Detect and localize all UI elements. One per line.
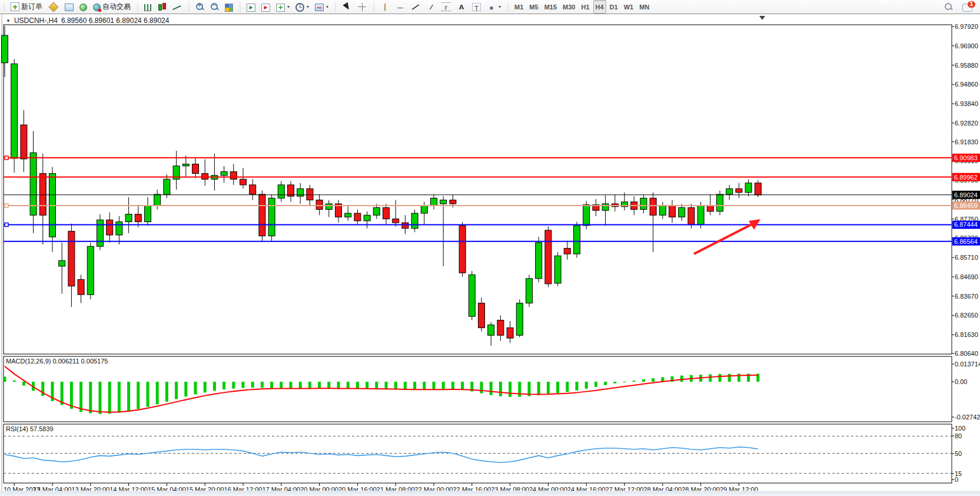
macd-histogram-bar <box>642 379 645 382</box>
trendline-icon <box>411 2 420 12</box>
macd-histogram-bar <box>547 382 550 394</box>
candle-body <box>679 207 685 217</box>
timeframe-m15[interactable]: M15 <box>542 0 559 14</box>
chart-canvas[interactable]: 6.979206.969006.958806.948606.938406.928… <box>0 14 980 494</box>
chevron-down-icon[interactable]: ▾ <box>287 4 290 9</box>
symbol-dropdown-icon[interactable]: ▼ <box>6 18 11 24</box>
macd-histogram-bar <box>423 382 426 390</box>
macd-histogram-bar <box>556 382 559 393</box>
macd-histogram-bar <box>585 382 588 389</box>
macd-histogram-bar <box>13 381 16 382</box>
tile-windows-button[interactable] <box>222 0 235 14</box>
trendline-button[interactable] <box>408 0 423 14</box>
horizontal-line-button[interactable] <box>393 0 407 14</box>
macd-histogram-bar <box>652 378 655 382</box>
periods-button[interactable]: ▾ <box>293 0 311 14</box>
fibonacci-button[interactable] <box>439 0 453 14</box>
auto-scroll-button[interactable] <box>244 0 258 14</box>
macd-histogram-bar <box>118 382 121 413</box>
chart-shift-marker-icon[interactable] <box>759 16 765 20</box>
timeframe-m30-label: M30 <box>563 4 575 11</box>
candle-body <box>78 279 84 295</box>
templates-button[interactable]: ▾ <box>313 0 331 14</box>
macd-histogram-bar <box>451 382 454 389</box>
candle-icon <box>157 2 167 12</box>
macd-histogram-bar <box>518 382 521 397</box>
timeframe-mn[interactable]: MN <box>637 0 652 14</box>
timeframe-m30[interactable]: M30 <box>560 0 577 14</box>
candlestick-chart-button[interactable] <box>155 0 169 14</box>
signal-icon <box>79 4 87 11</box>
macd-label: MACD(12,26,9) 0.006211 0.005175 <box>6 358 108 365</box>
text-button[interactable] <box>454 0 469 14</box>
equidistant-channel-button[interactable] <box>424 0 438 14</box>
cursor-button[interactable] <box>340 0 354 14</box>
search-button[interactable] <box>942 0 955 14</box>
crosshair-icon <box>357 2 367 12</box>
macd-histogram-bar <box>394 382 397 389</box>
svg-text:6.87444: 6.87444 <box>954 221 978 228</box>
macd-histogram-bar <box>194 382 197 394</box>
candle-body <box>421 206 427 213</box>
crosshair-button[interactable] <box>355 0 369 14</box>
rsi-label: RSI(14) 57.5839 <box>6 425 54 432</box>
level-handle[interactable] <box>5 204 8 207</box>
new-order-button-label: 新订单 <box>21 2 42 12</box>
signals-button[interactable] <box>77 0 89 14</box>
chevron-down-icon[interactable]: ▾ <box>499 4 501 9</box>
autotrading-button-label: 自动交易 <box>102 2 131 12</box>
neworder-icon <box>11 2 19 11</box>
autotrade-icon <box>93 4 101 11</box>
level-handle[interactable] <box>5 223 8 226</box>
price-axis[interactable]: 6.979206.969006.958806.948606.938406.928… <box>952 23 978 357</box>
marketwatch-button[interactable] <box>46 0 61 14</box>
indicators-button[interactable]: ▾ <box>274 0 292 14</box>
svg-text:80: 80 <box>955 432 962 439</box>
timeframe-m15-label: M15 <box>544 4 557 11</box>
window-bottom-strip <box>0 491 980 494</box>
candle-body <box>440 200 447 204</box>
text-label-button[interactable] <box>470 0 483 14</box>
toolbar-grip <box>238 2 242 12</box>
fibo-icon <box>441 2 451 11</box>
macd-histogram-bar <box>433 382 436 389</box>
chevron-down-icon[interactable]: ▾ <box>326 4 328 9</box>
svg-text:6.96900: 6.96900 <box>955 42 978 49</box>
chart-shift-button[interactable] <box>259 0 273 14</box>
macd-histogram-bar <box>251 382 254 388</box>
arrows-button[interactable]: ▾ <box>484 0 503 14</box>
timeframe-d1[interactable]: D1 <box>607 0 620 14</box>
data-window-button[interactable] <box>62 0 76 14</box>
rsi-line <box>5 447 758 462</box>
vertical-line-button[interactable] <box>378 0 392 14</box>
level-handle[interactable] <box>5 156 8 160</box>
timeframe-m1[interactable]: M1 <box>512 0 526 14</box>
line-chart-button[interactable] <box>170 0 184 14</box>
new-order-button[interactable]: 新订单 <box>8 0 45 14</box>
timeframe-m5[interactable]: M5 <box>527 0 540 14</box>
macd-histogram-bar <box>147 382 150 407</box>
chevron-down-icon[interactable]: ▾ <box>307 4 309 9</box>
macd-histogram-bar <box>728 374 731 382</box>
macd-histogram-bar <box>165 382 168 402</box>
notifications-button[interactable]: 1 <box>960 0 975 14</box>
zoom-in-button[interactable] <box>193 0 207 14</box>
candle-body <box>345 213 351 217</box>
autotrading-button[interactable]: 自动交易 <box>91 0 133 14</box>
candle-body <box>755 183 761 195</box>
ohlc-values: 6.89560 6.89601 6.89024 6.89024 <box>61 16 170 25</box>
zoom-out-button[interactable] <box>208 0 221 14</box>
timeframe-w1[interactable]: W1 <box>622 0 636 14</box>
macd-histogram-bar <box>222 382 225 389</box>
bar-chart-button[interactable] <box>142 0 154 14</box>
candle-body <box>21 125 27 159</box>
timeframe-h4-label: H4 <box>596 4 604 11</box>
candle-body <box>316 200 323 210</box>
timeframe-h4[interactable]: H4 <box>593 0 606 14</box>
toolbar-grip <box>136 2 140 12</box>
timeframe-h1[interactable]: H1 <box>579 0 592 14</box>
linechart-icon <box>172 2 182 12</box>
toolbar-grip <box>372 2 376 12</box>
macd-histogram-bar <box>385 382 388 389</box>
candle-body <box>39 174 46 216</box>
